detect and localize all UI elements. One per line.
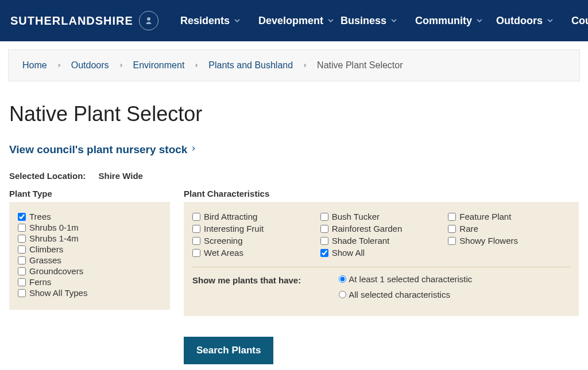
option-label: At least 1 selected characteristic [349, 274, 472, 284]
council-seal-icon [139, 11, 158, 30]
characteristic-option[interactable]: Bird Attracting [192, 212, 315, 221]
plant-type-option[interactable]: Climbers [18, 244, 161, 254]
option-label: Ferns [29, 277, 51, 287]
characteristic-option[interactable]: Rainforest Garden [320, 224, 443, 233]
checkbox[interactable] [18, 256, 26, 264]
option-label: Climbers [29, 244, 63, 254]
breadcrumb-link-plants[interactable]: Plants and Bushland [208, 60, 293, 71]
plant-type-title: Plant Type [9, 189, 170, 198]
chevron-right-icon [191, 143, 196, 156]
option-label: Shrubs 1-4m [29, 233, 79, 243]
nursery-stock-link[interactable]: View council's plant nursery stock [9, 143, 196, 156]
chevron-right-icon [302, 61, 308, 69]
checkbox[interactable] [448, 237, 456, 245]
checkbox[interactable] [192, 213, 200, 221]
top-nav: SUTHERLANDSHIRE Residents Development Bu… [0, 0, 588, 41]
checkbox[interactable] [18, 224, 26, 232]
option-label: Rare [459, 224, 478, 233]
nav-label: Community [415, 15, 472, 27]
nav-label: Council [571, 15, 588, 27]
match-label: Show me plants that have: [192, 274, 301, 285]
breadcrumb-link-outdoors[interactable]: Outdoors [71, 60, 109, 71]
chevron-right-icon [194, 61, 199, 69]
checkbox[interactable] [320, 249, 328, 257]
nav-label: Development [258, 15, 323, 27]
nav-item-council[interactable]: Council [571, 15, 588, 27]
checkbox[interactable] [18, 278, 26, 286]
chevron-right-icon [118, 61, 124, 69]
checkbox[interactable] [320, 213, 328, 221]
svg-point-0 [147, 17, 150, 21]
option-label: Showy Flowers [459, 236, 518, 246]
plant-type-option[interactable]: Trees [18, 212, 161, 221]
characteristic-option[interactable]: Interesting Fruit [192, 224, 315, 233]
checkbox[interactable] [448, 225, 456, 233]
option-label: Trees [29, 212, 51, 221]
nav-item-outdoors[interactable]: Outdoors [496, 15, 554, 27]
chevron-down-icon [390, 17, 398, 25]
option-label: Show All [332, 248, 365, 258]
selected-location: Selected Location: Shire Wide [9, 171, 579, 181]
chevron-right-icon [56, 61, 62, 69]
nav-item-residents[interactable]: Residents [180, 15, 241, 27]
brand-text: SUTHERLANDSHIRE [10, 14, 133, 28]
option-label: Bush Tucker [332, 212, 380, 221]
checkbox[interactable] [192, 249, 200, 257]
option-label: All selected characteristics [349, 290, 450, 299]
checkbox[interactable] [448, 213, 456, 221]
characteristics-title: Plant Characteristics [184, 189, 579, 198]
plant-type-option[interactable]: Shrubs 1-4m [18, 233, 161, 243]
checkbox[interactable] [320, 237, 328, 245]
characteristic-option[interactable]: Show All [320, 248, 443, 258]
characteristic-option[interactable]: Shade Tolerant [320, 236, 443, 246]
plant-type-option[interactable]: Shrubs 0-1m [18, 223, 161, 232]
page-title: Native Plant Selector [9, 102, 579, 126]
breadcrumb-link-home[interactable]: Home [22, 60, 47, 71]
option-label: Screening [204, 236, 243, 246]
option-label: Show All Types [29, 288, 87, 298]
nav-label: Residents [180, 15, 230, 27]
checkbox[interactable] [192, 225, 200, 233]
search-plants-button[interactable]: Search Plants [184, 337, 273, 364]
characteristic-option[interactable]: Bush Tucker [320, 212, 443, 221]
checkbox[interactable] [320, 225, 328, 233]
plant-type-option[interactable]: Ferns [18, 277, 161, 287]
chevron-down-icon [475, 17, 483, 25]
chevron-down-icon [327, 17, 335, 25]
option-label: Shade Tolerant [332, 236, 390, 246]
characteristic-option[interactable]: Showy Flowers [448, 236, 570, 246]
characteristic-option[interactable]: Feature Plant [448, 212, 570, 221]
radio[interactable] [339, 291, 346, 298]
nav-item-community[interactable]: Community [415, 15, 483, 27]
option-label: Grasses [29, 255, 61, 265]
checkbox[interactable] [18, 267, 26, 275]
characteristic-option[interactable]: Wet Areas [192, 248, 315, 258]
option-label: Feature Plant [459, 212, 511, 221]
breadcrumb-link-environment[interactable]: Environment [133, 60, 185, 71]
nav-item-business[interactable]: Business [341, 15, 398, 27]
checkbox[interactable] [18, 289, 26, 297]
nav-label: Business [341, 15, 386, 27]
brand-logo[interactable]: SUTHERLANDSHIRE [10, 11, 158, 30]
chevron-down-icon [233, 17, 241, 25]
characteristic-option[interactable]: Rare [448, 224, 570, 233]
match-option[interactable]: At least 1 selected characteristic [339, 274, 472, 284]
characteristic-option[interactable]: Screening [192, 236, 315, 246]
checkbox[interactable] [18, 235, 26, 243]
option-label: Bird Attracting [204, 212, 257, 221]
checkbox[interactable] [18, 246, 26, 254]
plant-type-option[interactable]: Groundcovers [18, 266, 161, 276]
checkbox[interactable] [192, 237, 200, 245]
radio[interactable] [339, 275, 346, 283]
checkbox[interactable] [18, 213, 26, 221]
location-label: Selected Location: [9, 171, 86, 181]
location-value: Shire Wide [99, 171, 143, 181]
nav-label: Outdoors [496, 15, 543, 27]
match-option[interactable]: All selected characteristics [339, 290, 472, 299]
plant-type-option[interactable]: Grasses [18, 255, 161, 265]
option-label: Rainforest Garden [332, 224, 403, 233]
plant-type-option[interactable]: Show All Types [18, 288, 161, 298]
plant-type-panel: TreesShrubs 0-1mShrubs 1-4mClimbersGrass… [9, 202, 170, 310]
nav-item-development[interactable]: Development [258, 15, 335, 27]
match-mode: Show me plants that have: At least 1 sel… [192, 274, 570, 305]
